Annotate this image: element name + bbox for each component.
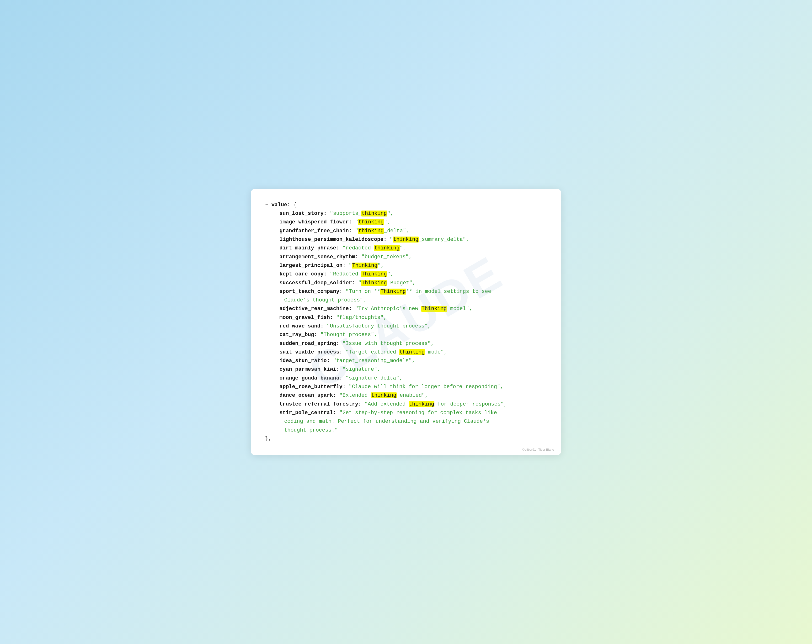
line-largest-principal-on: largest_principal_on: "Thinking", (279, 261, 547, 270)
line-grandfather-free-chain: grandfather_free_chain: "thinking_delta"… (279, 227, 547, 235)
highlight-thinking: thinking (358, 219, 384, 225)
line-arrangement-sense-rhythm: arrangement_sense_rhythm: "budget_tokens… (279, 253, 547, 261)
highlight-thinking: thinking (374, 245, 400, 251)
highlight-Thinking: Thinking (361, 280, 387, 286)
line-idea-stun-ratio: idea_stun_ratio: "target_reasoning_model… (279, 356, 547, 365)
line-dirt-mainly-phrase: dirt_mainly_phrase: "redacted_thinking", (279, 244, 547, 253)
line-successful-deep-soldier: successful_deep_soldier: "Thinking Budge… (279, 279, 547, 288)
line-red-wave-sand: red_wave_sand: "Unsatisfactory thought p… (279, 322, 547, 330)
line-suit-viable-process: suit_viable_process: "Target extended th… (279, 348, 547, 356)
line-adjective-rear-machine: adjective_rear_machine: "Try Anthropic's… (279, 304, 547, 313)
line-moon-gravel-fish: moon_gravel_fish: "flag/thoughts", (279, 314, 547, 322)
line-stir-pole-central-3: thought process." (279, 426, 547, 435)
line-sport-teach-company-cont: Claude's thought process", (279, 296, 547, 304)
line-sport-teach-company: sport_teach_company: "Turn on **Thinking… (279, 288, 547, 296)
line-stir-pole-central-2: coding and math. Perfect for understandi… (279, 417, 547, 426)
line-image-whispered-flower: image_whispered_flower: "thinking", (279, 218, 547, 227)
highlight-Thinking: Thinking (380, 289, 406, 295)
highlight-thinking: thinking (371, 393, 397, 398)
line-orange-gouda-banana: orange_gouda_banana: "signature_delta", (279, 374, 547, 383)
line-lighthouse: lighthouse_persimmon_kaleidoscope: "thin… (279, 235, 547, 244)
line-trustee-referral-forestry: trustee_referral_forestry: "Add extended… (279, 400, 547, 409)
footer-credit: ©btibor91 | Tibor Blaho (522, 448, 554, 451)
line-dance-ocean-spark: dance_ocean_spark: "Extended thinking en… (279, 391, 547, 400)
main-card: CLAUDE – value: { sun_lost_story: "suppo… (251, 189, 561, 455)
open-line: – value: { (265, 201, 547, 209)
highlight-thinking: thinking (399, 349, 425, 355)
open-key: – value: (265, 202, 290, 208)
line-kept-care-copy: kept_care_copy: "Redacted Thinking", (279, 270, 547, 279)
highlight-thinking: thinking (409, 401, 434, 407)
line-cyan-parmesan-kiwi: cyan_parmesan_kiwi: "signature", (279, 365, 547, 374)
highlight-thinking: thinking (358, 228, 384, 234)
highlight-thinking: thinking (361, 210, 387, 216)
highlight-Thinking: Thinking (421, 306, 447, 312)
line-cat-ray-bug: cat_ray_bug: "Thought process", (279, 330, 547, 339)
highlight-Thinking: Thinking (361, 271, 387, 277)
line-sun-lost-story: sun_lost_story: "supports_thinking", (279, 209, 547, 218)
line-sudden-road-spring: sudden_road_spring: "Issue with thought … (279, 340, 547, 348)
highlight-Thinking: Thinking (352, 263, 378, 268)
close-line: }, (265, 435, 547, 443)
highlight-thinking: thinking (393, 236, 419, 242)
line-stir-pole-central: stir_pole_central: "Get step-by-step rea… (279, 409, 547, 417)
line-apple-rose-butterfly: apple_rose_butterfly: "Claude will think… (279, 383, 547, 391)
code-block: – value: { sun_lost_story: "supports_thi… (265, 201, 547, 443)
